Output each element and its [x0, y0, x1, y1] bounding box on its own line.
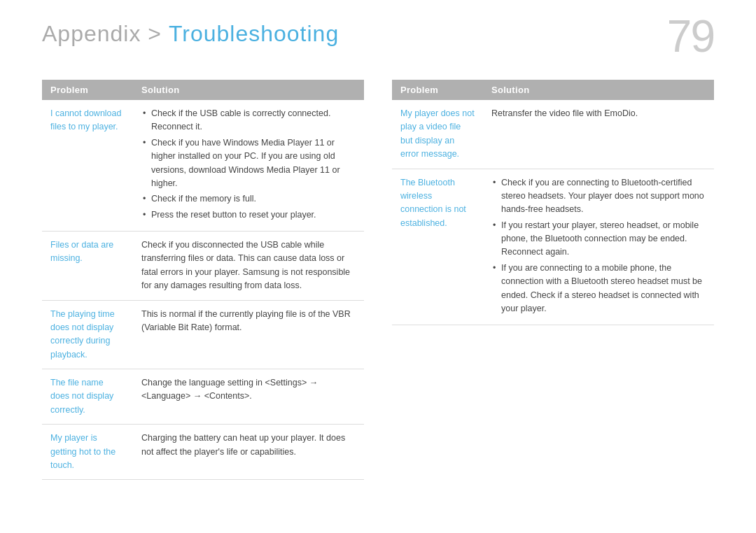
appendix-label: Appendix	[42, 21, 141, 46]
right-table-body: My player does not play a video file but…	[392, 100, 714, 325]
problem-cell: The playing time does not display correc…	[42, 300, 133, 369]
solution-cell: Change the language setting in <Settings…	[133, 369, 364, 425]
table-row: My player does not play a video file but…	[392, 100, 714, 169]
list-item: Check if you are connecting to Bluetooth…	[491, 176, 706, 217]
problem-cell: My player is getting hot to the touch.	[42, 425, 133, 480]
left-table-body: I cannot download files to my player.Che…	[42, 100, 364, 480]
table-row: I cannot download files to my player.Che…	[42, 100, 364, 232]
right-problem-header: Problem	[392, 80, 483, 100]
problem-cell: Files or data are missing.	[42, 232, 133, 301]
left-table: Problem Solution I cannot download files…	[42, 80, 364, 480]
list-item: Press the reset button to reset your pla…	[141, 208, 356, 222]
table-row: The Bluetooth wireless connection is not…	[392, 169, 714, 325]
section-label: Troubleshooting	[169, 21, 339, 46]
left-table-container: Problem Solution I cannot download files…	[42, 80, 364, 480]
list-item: Check if the USB cable is correctly conn…	[141, 107, 356, 134]
list-item: If you restart your player, stereo heads…	[491, 219, 706, 260]
left-table-header-row: Problem Solution	[42, 80, 364, 100]
problem-cell: The file name does not display correctly…	[42, 369, 133, 425]
page-title: Appendix > Troubleshooting	[42, 21, 339, 47]
page-number: 79	[667, 14, 714, 59]
left-solution-header: Solution	[133, 80, 364, 100]
solution-cell: Charging the battery can heat up your pl…	[133, 425, 364, 480]
page-header: Appendix > Troubleshooting 79	[42, 21, 714, 59]
left-problem-header: Problem	[42, 80, 133, 100]
problem-cell: I cannot download files to my player.	[42, 100, 133, 232]
list-item: If you are connecting to a mobile phone,…	[491, 262, 706, 316]
list-item: Check if you have Windows Media Player 1…	[141, 136, 356, 191]
separator: >	[141, 21, 168, 46]
table-row: The playing time does not display correc…	[42, 300, 364, 369]
right-table-container: Problem Solution My player does not play…	[392, 80, 714, 480]
list-item: Check if the memory is full.	[141, 192, 356, 206]
right-table-header-row: Problem Solution	[392, 80, 714, 100]
table-row: My player is getting hot to the touch.Ch…	[42, 425, 364, 480]
solution-cell: This is normal if the currently playing …	[133, 300, 364, 369]
solution-cell: Check if the USB cable is correctly conn…	[133, 100, 364, 232]
page-container: Appendix > Troubleshooting 79 Problem So…	[0, 0, 756, 501]
solution-cell: Check if you disconnected the USB cable …	[133, 232, 364, 301]
content-area: Problem Solution I cannot download files…	[42, 80, 714, 480]
problem-cell: My player does not play a video file but…	[392, 100, 483, 169]
solution-cell: Check if you are connecting to Bluetooth…	[483, 169, 714, 325]
right-solution-header: Solution	[483, 80, 714, 100]
problem-cell: The Bluetooth wireless connection is not…	[392, 169, 483, 325]
table-row: The file name does not display correctly…	[42, 369, 364, 425]
right-table: Problem Solution My player does not play…	[392, 80, 714, 325]
table-row: Files or data are missing.Check if you d…	[42, 232, 364, 301]
solution-cell: Retransfer the video file with EmoDio.	[483, 100, 714, 169]
